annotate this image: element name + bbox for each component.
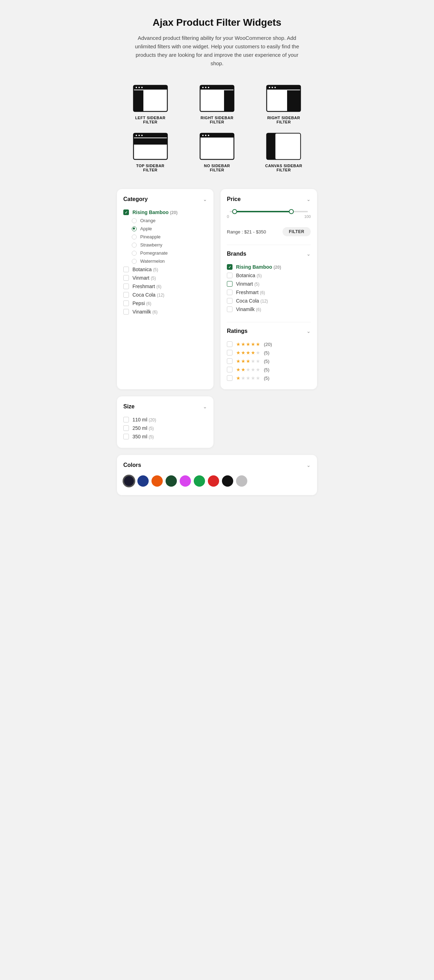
price-filter-button[interactable]: FILTER	[282, 227, 311, 236]
category-child-watermelon[interactable]: Watermelon	[123, 257, 207, 265]
brand-checkbox-cocacola[interactable]	[227, 298, 233, 304]
layout-right-sidebar-2[interactable]: RIGHT SIDEBARFILTER	[253, 84, 314, 124]
category-label-vinamilk: Vinamilk (6)	[133, 309, 157, 315]
category-item-vinamilk[interactable]: Vinamilk (6)	[123, 307, 207, 316]
category-label-watermelon: Watermelon	[140, 258, 165, 264]
radio-orange[interactable]	[132, 218, 137, 223]
category-child-pomegranate[interactable]: Pomegranate	[123, 249, 207, 257]
rating-item-1[interactable]: ★ ★ ★ ★ ★ (5)	[227, 374, 311, 382]
layout-canvas-sidebar[interactable]: CANVAS SIDEBARFILTER	[253, 133, 314, 172]
rating-checkbox-5[interactable]	[227, 341, 233, 347]
size-checkbox-350ml[interactable]	[123, 434, 129, 439]
color-swatch-magenta[interactable]	[180, 476, 191, 487]
category-checkbox-pepsi[interactable]	[123, 301, 129, 306]
category-item-botanica[interactable]: Botanica (5)	[123, 265, 207, 274]
radio-watermelon[interactable]	[132, 259, 137, 264]
svg-point-21	[136, 135, 137, 136]
ratings-header: Ratings ⌄	[227, 328, 311, 334]
color-swatch-orange[interactable]	[152, 476, 163, 487]
category-list: Rising Bamboo (20) Orange Apple Pineappl…	[123, 208, 207, 316]
layout-no-sidebar[interactable]: NO SIDEBARFILTER	[186, 133, 247, 172]
star-1: ★	[236, 341, 241, 347]
rating-item-2[interactable]: ★ ★ ★ ★ ★ (5)	[227, 365, 311, 374]
no-sidebar-icon	[200, 133, 234, 160]
rating-checkbox-2[interactable]	[227, 367, 233, 372]
category-child-pineapple[interactable]: Pineapple	[123, 233, 207, 241]
rating-checkbox-4[interactable]	[227, 350, 233, 355]
layout-right-sidebar-1[interactable]: RIGHT SIDEBARFILTER	[186, 84, 247, 124]
rating-count-4: (5)	[264, 350, 269, 355]
category-checkbox-vinamilk[interactable]	[123, 309, 129, 315]
size-checkbox-250ml[interactable]	[123, 425, 129, 431]
rating-item-4[interactable]: ★ ★ ★ ★ ★ (5)	[227, 348, 311, 357]
category-child-apple[interactable]: Apple	[123, 224, 207, 233]
brand-item-vinmart[interactable]: Vinmart (5)	[227, 280, 311, 288]
radio-pineapple[interactable]	[132, 234, 137, 239]
layout-left-sidebar[interactable]: LEFT SIDEBARFILTER	[120, 84, 181, 124]
color-swatch-black[interactable]	[222, 476, 233, 487]
brand-label-vinmart: Vinmart (5)	[236, 281, 260, 287]
size-list: 110 ml (20) 250 ml (5) 350 ml (5)	[123, 415, 207, 441]
rating-item-3[interactable]: ★ ★ ★ ★ ★ (5)	[227, 357, 311, 365]
color-swatch-darknavy[interactable]	[123, 476, 135, 487]
color-swatch-silver[interactable]	[236, 476, 247, 487]
category-checkbox-botanica[interactable]	[123, 267, 129, 272]
size-label-250ml: 250 ml (5)	[133, 425, 154, 431]
brand-item-freshmart[interactable]: Freshmart (6)	[227, 288, 311, 297]
layout-left-sidebar-label: LEFT SIDEBARFILTER	[135, 116, 166, 124]
color-swatch-green[interactable]	[194, 476, 205, 487]
color-swatch-red[interactable]	[208, 476, 219, 487]
colors-swatches	[123, 474, 311, 488]
category-item-freshmart[interactable]: Freshmart (6)	[123, 282, 207, 291]
category-chevron-icon[interactable]: ⌄	[203, 196, 207, 202]
radio-strawberry[interactable]	[132, 243, 137, 248]
radio-apple[interactable]	[132, 226, 137, 231]
brand-checkbox-botanica[interactable]	[227, 273, 233, 278]
category-item-pepsi[interactable]: Pepsi (6)	[123, 299, 207, 307]
layout-top-sidebar[interactable]: TOP SIDEBARFILTER	[120, 133, 181, 172]
brand-checkbox-rising-bamboo[interactable]	[227, 264, 233, 270]
color-swatch-navy[interactable]	[138, 476, 149, 487]
category-checkbox-rising-bamboo[interactable]	[123, 210, 129, 215]
radio-pomegranate[interactable]	[132, 251, 137, 256]
size-item-350ml[interactable]: 350 ml (5)	[123, 432, 207, 441]
category-child-orange[interactable]: Orange	[123, 216, 207, 224]
category-item-rising-bamboo[interactable]: Rising Bamboo (20)	[123, 208, 207, 216]
color-swatch-darkgreen[interactable]	[166, 476, 177, 487]
brand-item-botanica[interactable]: Botanica (5)	[227, 271, 311, 280]
rating-checkbox-1[interactable]	[227, 375, 233, 381]
size-item-110ml[interactable]: 110 ml (20)	[123, 415, 207, 424]
brand-list: Rising Bamboo (20) Botanica (5) Vinmart …	[227, 263, 311, 313]
ratings-chevron-icon[interactable]: ⌄	[306, 328, 311, 334]
category-item-vinmart[interactable]: Vinmart (5)	[123, 274, 207, 282]
svg-point-28	[205, 135, 206, 136]
brand-item-cocacola[interactable]: Coca Cola (12)	[227, 297, 311, 305]
slider-thumb-left[interactable]	[232, 209, 237, 214]
price-chevron-icon[interactable]: ⌄	[306, 196, 311, 202]
price-range-text: Range : $21 - $350	[227, 229, 266, 234]
brand-checkbox-vinmart[interactable]	[227, 281, 233, 287]
rating-checkbox-3[interactable]	[227, 358, 233, 364]
svg-rect-31	[275, 133, 301, 159]
category-label-botanica: Botanica (5)	[133, 267, 158, 272]
size-chevron-icon[interactable]: ⌄	[203, 404, 207, 409]
size-item-250ml[interactable]: 250 ml (5)	[123, 424, 207, 432]
category-checkbox-freshmart[interactable]	[123, 283, 129, 289]
colors-chevron-icon[interactable]: ⌄	[306, 462, 311, 468]
slider-thumb-right[interactable]	[289, 209, 294, 214]
svg-rect-24	[133, 138, 167, 145]
category-child-strawberry[interactable]: Strawberry	[123, 241, 207, 249]
svg-point-29	[208, 135, 209, 136]
category-checkbox-cocacola[interactable]	[123, 292, 129, 298]
brand-item-rising-bamboo[interactable]: Rising Bamboo (20)	[227, 263, 311, 271]
brands-chevron-icon[interactable]: ⌄	[306, 251, 311, 257]
price-slider[interactable]: 0 100	[227, 208, 311, 224]
brand-item-vinamilk[interactable]: Vinamilk (6)	[227, 305, 311, 313]
brand-checkbox-freshmart[interactable]	[227, 290, 233, 295]
brand-checkbox-vinamilk[interactable]	[227, 307, 233, 312]
category-checkbox-vinmart[interactable]	[123, 275, 129, 281]
size-checkbox-110ml[interactable]	[123, 417, 129, 422]
size-header: Size ⌄	[123, 403, 207, 410]
rating-item-5[interactable]: ★ ★ ★ ★ ★ (20)	[227, 340, 311, 348]
category-item-cocacola[interactable]: Coca Cola (12)	[123, 291, 207, 299]
